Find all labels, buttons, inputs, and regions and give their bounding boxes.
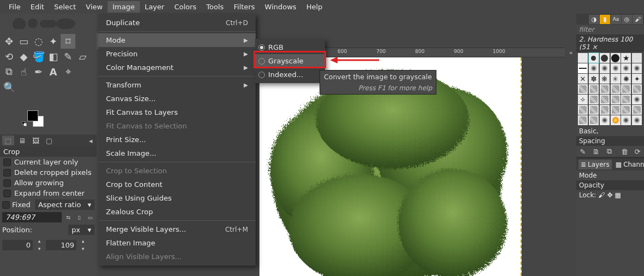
tool-move[interactable]: ✥ [2,34,16,49]
brush-item[interactable] [589,84,599,94]
pos-y-input[interactable]: 109 [46,240,76,250]
menu-crop-content[interactable]: Crop to Content [98,178,256,191]
chk-delete-pixels[interactable] [3,169,11,177]
menu-edit[interactable]: Edit [26,1,49,13]
brush-item[interactable]: ❋ [600,74,610,84]
brush-item[interactable]: ✺ [621,74,631,84]
spin-down[interactable]: ▾ [79,245,87,252]
menu-merge-visible[interactable]: Merge Visible Layers...Ctrl+M [98,222,256,236]
spin-up[interactable]: ▴ [79,237,87,245]
menu-tools[interactable]: Tools [202,1,229,13]
brush-item[interactable] [621,115,631,125]
lock-paint-icon[interactable]: 🖌 [598,191,605,199]
menu-image[interactable]: Image [108,1,140,13]
brush-item[interactable] [632,63,642,73]
brush-item[interactable] [600,84,610,94]
brush-item[interactable] [632,115,642,125]
brush-item[interactable] [632,105,642,115]
brush-item[interactable] [611,63,621,73]
tab-layers[interactable]: ≣Layers [578,160,612,169]
menu-view[interactable]: View [81,1,108,13]
menu-colors[interactable]: Colors [169,1,202,13]
brush-item[interactable] [611,95,621,104]
brush-item[interactable] [600,53,610,63]
menu-filters[interactable]: Filters [229,1,260,13]
chk-allow-growing[interactable] [3,179,11,187]
brush-item[interactable] [578,115,588,125]
brush-item[interactable] [632,84,642,94]
brush-item[interactable]: ★ [621,53,631,63]
menu-select[interactable]: Select [49,1,81,13]
brush-item[interactable]: ✳ [611,74,621,84]
chk-fixed[interactable] [2,201,10,209]
dock-tab-image[interactable]: ▢ [43,136,55,145]
ratio-landscape-icon[interactable]: ▭ [86,214,94,221]
brush-item[interactable] [611,115,621,125]
dock-tab-layer[interactable]: 🖼 [29,136,42,145]
brush-item[interactable] [578,63,588,73]
brush-item[interactable] [600,95,610,104]
brush-new-icon[interactable]: 🗎 [591,147,601,156]
lock-alpha-icon[interactable]: ▦ [615,191,621,199]
menu-zealous-crop[interactable]: Zealous Crop [98,205,256,219]
brush-refresh-icon[interactable]: ⟳ [633,147,642,156]
ratio-input[interactable]: 749:697 [2,212,62,222]
brush-item[interactable] [600,115,610,125]
tool-pencil[interactable]: ✎ [61,49,75,64]
brush-item[interactable]: ☺ [632,53,642,63]
zoom-menu-icon[interactable]: « [565,48,576,57]
spin-up[interactable]: ▴ [35,237,44,245]
tool-color-picker[interactable]: ⌖ [61,64,75,79]
tool-eraser[interactable]: ▱ [75,49,90,64]
layer-opacity[interactable]: Opacity [576,180,644,190]
chk-expand-center[interactable] [3,190,11,197]
brush-item[interactable] [621,95,631,104]
tool-warp[interactable]: ◆ [16,49,31,64]
tool-rotate[interactable]: ⟲ [2,49,16,64]
brush-item[interactable]: ✽ [589,74,599,84]
menu-precision[interactable]: Precision▶ [98,47,256,61]
fixed-dropdown[interactable]: Aspect ratio▾ [35,199,94,210]
lock-pos-icon[interactable]: ✥ [607,191,612,199]
brush-item[interactable] [578,84,588,94]
tool-bucket[interactable]: 🪣 [31,49,46,64]
mode-rgb[interactable]: RGB [255,40,325,54]
tool-rect-select[interactable]: ▭ [16,34,31,49]
brush-item[interactable] [589,115,599,125]
tab-patterns[interactable]: ▮ [600,15,610,24]
tab-paint[interactable]: 🖌 [633,15,643,24]
menu-help[interactable]: Help [302,1,328,13]
brush-item[interactable]: ✕ [578,74,588,84]
dock-tab-device[interactable]: 🖥 [16,136,28,145]
brush-spacing[interactable]: Spacing [576,136,644,146]
brush-filter-input[interactable]: filter [576,25,644,34]
chk-current-layer[interactable] [3,158,11,166]
brush-item[interactable] [589,95,599,104]
menu-mode[interactable]: Mode▶ [98,33,256,47]
tool-gradient[interactable]: ◧ [46,49,61,64]
menu-slice-guides[interactable]: Slice Using Guides [98,191,256,205]
brush-item[interactable] [621,63,631,73]
brush-item[interactable] [611,84,621,94]
mode-indexed[interactable]: Indexed... [255,68,325,81]
brush-item[interactable]: ✧ [578,95,588,104]
tool-smudge[interactable]: ☝ [16,64,31,79]
brush-item[interactable] [621,84,631,94]
menu-flatten[interactable]: Flatten Image [98,236,256,250]
brush-item[interactable] [600,105,610,115]
brush-item[interactable] [589,63,599,73]
menu-layer[interactable]: Layer [140,1,169,13]
menu-color-management[interactable]: Color Management▶ [98,61,256,74]
dock-tab-menu[interactable]: ◂ [85,136,97,145]
tool-free-select[interactable]: ◌ [31,34,46,49]
brush-dup-icon[interactable]: ⧉ [604,147,614,156]
tab-fonts[interactable]: Aa [611,15,621,24]
menu-file[interactable]: File [4,1,26,13]
ratio-portrait-icon[interactable]: ▯ [75,214,84,221]
unit-dropdown[interactable]: px▾ [68,225,94,235]
tool-crop[interactable]: ⌑ [61,34,75,49]
fg-bg-swatch[interactable] [27,110,44,127]
brush-item[interactable]: ✦ [632,74,642,84]
brush-edit-icon[interactable]: ✎ [578,147,588,156]
fg-color[interactable] [27,110,38,121]
